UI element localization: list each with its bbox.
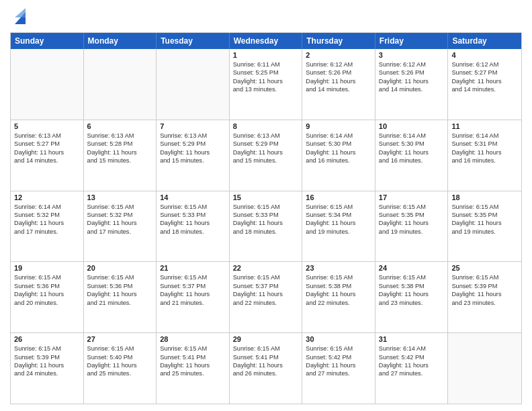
cell-info-line: Sunset: 5:37 PM xyxy=(233,282,299,290)
cell-info-line: Daylight: 11 hours xyxy=(160,290,226,298)
cell-info-line: Daylight: 11 hours xyxy=(87,148,153,156)
cell-info-line: and 20 minutes. xyxy=(14,299,80,307)
cell-info-line: Daylight: 11 hours xyxy=(160,219,226,227)
weekday-header-friday: Friday xyxy=(375,33,449,49)
weekday-header-saturday: Saturday xyxy=(448,33,521,49)
calendar-cell: 30Sunrise: 6:15 AMSunset: 5:42 PMDayligh… xyxy=(302,333,375,404)
cell-info-line: Sunset: 5:35 PM xyxy=(451,211,518,219)
day-number: 16 xyxy=(306,193,371,201)
cell-info-line: Sunrise: 6:15 AM xyxy=(14,345,80,353)
calendar-row-2: 5Sunrise: 6:13 AMSunset: 5:27 PMDaylight… xyxy=(11,120,521,191)
day-number: 31 xyxy=(379,335,445,343)
day-number: 13 xyxy=(87,193,153,201)
calendar-cell: 8Sunrise: 6:13 AMSunset: 5:29 PMDaylight… xyxy=(230,120,303,191)
calendar-cell: 15Sunrise: 6:15 AMSunset: 5:33 PMDayligh… xyxy=(230,191,303,262)
cell-info-line: Sunset: 5:31 PM xyxy=(451,140,518,148)
weekday-header-sunday: Sunday xyxy=(11,33,84,49)
cell-info-line: Sunrise: 6:15 AM xyxy=(379,273,445,281)
calendar-cell: 22Sunrise: 6:15 AMSunset: 5:37 PMDayligh… xyxy=(230,262,303,332)
calendar-cell: 16Sunrise: 6:15 AMSunset: 5:34 PMDayligh… xyxy=(302,191,375,262)
cell-info-line: Sunrise: 6:11 AM xyxy=(233,60,299,68)
cell-info-line: and 23 minutes. xyxy=(379,299,445,307)
cell-info-line: and 15 minutes. xyxy=(160,156,226,165)
cell-info-line: Daylight: 11 hours xyxy=(87,219,153,227)
calendar-cell: 20Sunrise: 6:15 AMSunset: 5:36 PMDayligh… xyxy=(84,262,157,332)
day-number: 26 xyxy=(14,335,80,343)
day-number: 20 xyxy=(87,264,153,272)
day-number: 10 xyxy=(379,122,445,130)
calendar-row-3: 12Sunrise: 6:14 AMSunset: 5:32 PMDayligh… xyxy=(11,191,521,262)
cell-info-line: and 16 minutes. xyxy=(451,156,518,165)
cell-info-line: Sunset: 5:29 PM xyxy=(233,140,299,148)
day-number: 2 xyxy=(306,51,371,59)
cell-info-line: Sunset: 5:36 PM xyxy=(87,282,153,290)
cell-info-line: Sunset: 5:34 PM xyxy=(306,211,371,219)
calendar-cell: 13Sunrise: 6:15 AMSunset: 5:32 PMDayligh… xyxy=(84,191,157,262)
day-number: 11 xyxy=(451,122,518,130)
cell-info-line: Daylight: 11 hours xyxy=(379,148,445,156)
calendar-cell: 12Sunrise: 6:14 AMSunset: 5:32 PMDayligh… xyxy=(11,191,84,262)
day-number: 30 xyxy=(306,335,371,343)
cell-info-line: Daylight: 11 hours xyxy=(306,148,371,156)
cell-info-line: Daylight: 11 hours xyxy=(233,148,299,156)
day-number: 7 xyxy=(160,122,226,130)
calendar-cell: 25Sunrise: 6:15 AMSunset: 5:39 PMDayligh… xyxy=(448,262,521,332)
calendar-row-1: 1Sunrise: 6:11 AMSunset: 5:25 PMDaylight… xyxy=(11,49,521,120)
calendar-cell: 26Sunrise: 6:15 AMSunset: 5:39 PMDayligh… xyxy=(11,333,84,404)
cell-info-line: Sunrise: 6:13 AM xyxy=(14,132,80,140)
cell-info-line: Sunrise: 6:15 AM xyxy=(87,203,153,211)
day-number: 5 xyxy=(14,122,80,130)
cell-info-line: Sunrise: 6:15 AM xyxy=(160,273,226,281)
cell-info-line: Sunset: 5:26 PM xyxy=(379,68,445,77)
cell-info-line: Sunrise: 6:15 AM xyxy=(306,203,371,211)
cell-info-line: Sunset: 5:38 PM xyxy=(379,282,445,290)
cell-info-line: and 14 minutes. xyxy=(306,85,371,93)
day-number: 23 xyxy=(306,264,371,272)
cell-info-line: and 13 minutes. xyxy=(233,85,299,93)
cell-info-line: Sunrise: 6:15 AM xyxy=(160,345,226,353)
header xyxy=(10,7,522,27)
cell-info-line: Sunrise: 6:13 AM xyxy=(87,132,153,140)
cell-info-line: and 26 minutes. xyxy=(233,369,299,377)
calendar-cell: 2Sunrise: 6:12 AMSunset: 5:26 PMDaylight… xyxy=(302,49,375,120)
calendar-cell: 7Sunrise: 6:13 AMSunset: 5:29 PMDaylight… xyxy=(157,120,230,191)
cell-info-line: Sunrise: 6:12 AM xyxy=(306,60,371,68)
calendar-cell: 31Sunrise: 6:14 AMSunset: 5:42 PMDayligh… xyxy=(375,333,449,404)
cell-info-line: Daylight: 11 hours xyxy=(379,361,445,369)
cell-info-line: Daylight: 11 hours xyxy=(306,361,371,369)
calendar-cell: 11Sunrise: 6:14 AMSunset: 5:31 PMDayligh… xyxy=(448,120,521,191)
calendar-cell xyxy=(11,49,84,120)
calendar-header: SundayMondayTuesdayWednesdayThursdayFrid… xyxy=(11,33,521,49)
cell-info-line: Sunrise: 6:15 AM xyxy=(451,203,518,211)
calendar-cell: 1Sunrise: 6:11 AMSunset: 5:25 PMDaylight… xyxy=(230,49,303,120)
day-number: 6 xyxy=(87,122,153,130)
cell-info-line: Daylight: 11 hours xyxy=(451,219,518,227)
cell-info-line: Daylight: 11 hours xyxy=(306,77,371,85)
cell-info-line: Sunrise: 6:13 AM xyxy=(233,132,299,140)
weekday-header-monday: Monday xyxy=(84,33,157,49)
day-number: 8 xyxy=(233,122,299,130)
cell-info-line: Sunrise: 6:14 AM xyxy=(451,132,518,140)
cell-info-line: Sunset: 5:42 PM xyxy=(379,353,445,361)
cell-info-line: Daylight: 11 hours xyxy=(14,219,80,227)
cell-info-line: Daylight: 11 hours xyxy=(379,77,445,85)
calendar-cell: 18Sunrise: 6:15 AMSunset: 5:35 PMDayligh… xyxy=(448,191,521,262)
day-number: 21 xyxy=(160,264,226,272)
cell-info-line: Sunset: 5:32 PM xyxy=(87,211,153,219)
cell-info-line: Sunrise: 6:15 AM xyxy=(306,345,371,353)
cell-info-line: and 19 minutes. xyxy=(379,228,445,236)
cell-info-line: Daylight: 11 hours xyxy=(233,219,299,227)
cell-info-line: Sunset: 5:30 PM xyxy=(306,140,371,148)
cell-info-line: Sunset: 5:25 PM xyxy=(233,68,299,77)
cell-info-line: and 16 minutes. xyxy=(306,156,371,165)
cell-info-line: Daylight: 11 hours xyxy=(233,77,299,85)
cell-info-line: Sunset: 5:41 PM xyxy=(233,353,299,361)
cell-info-line: and 14 minutes. xyxy=(14,156,80,165)
cell-info-line: Daylight: 11 hours xyxy=(451,290,518,298)
cell-info-line: Sunset: 5:33 PM xyxy=(233,211,299,219)
cell-info-line: Daylight: 11 hours xyxy=(14,361,80,369)
cell-info-line: Sunset: 5:29 PM xyxy=(160,140,226,148)
day-number: 12 xyxy=(14,193,80,201)
cell-info-line: Daylight: 11 hours xyxy=(306,290,371,298)
cell-info-line: and 21 minutes. xyxy=(87,299,153,307)
